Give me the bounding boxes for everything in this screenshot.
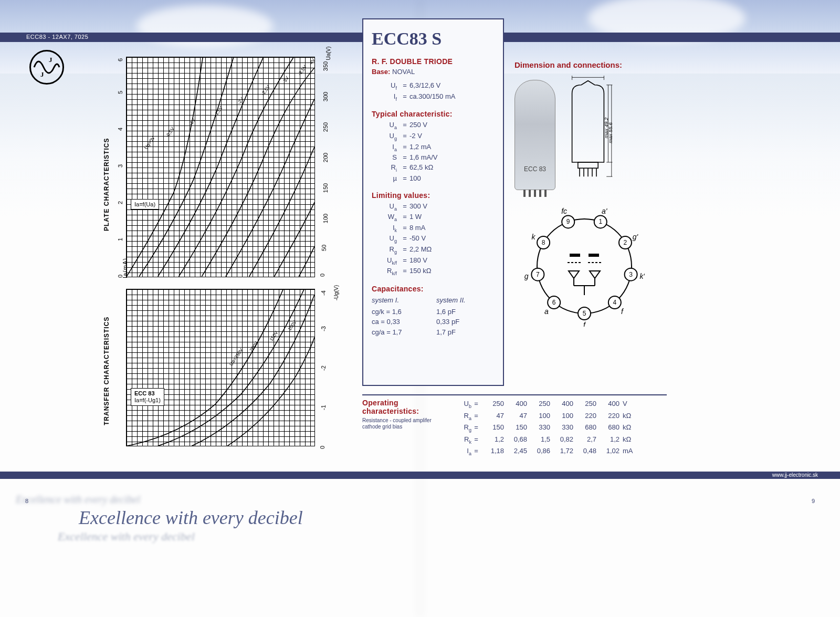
spec-row: Ug=-50 V xyxy=(372,234,495,245)
dimension-title: Dimension and connections: xyxy=(514,60,662,69)
px100: 100 xyxy=(322,214,329,223)
svg-text:k': k' xyxy=(639,272,645,280)
plate-characteristics-chart: Ia=f(Ua) Ug=0V -0,5V -1V -1,5V -2V -2,5V… xyxy=(126,57,315,277)
transfer-box-title: ECC 83 xyxy=(134,390,161,397)
tube-figure-row: max 22 max 49.2 max 55.6 xyxy=(514,76,662,190)
px0: 0 xyxy=(319,274,326,277)
plate-chart-title: PLATE CHARACTERISTICS xyxy=(103,138,110,231)
cap-r2-r: 0,33 pF xyxy=(436,317,495,327)
page-number-right: 9 xyxy=(812,498,815,504)
base-line: Base: NOVAL xyxy=(372,68,495,76)
tube-codeline: ECC83 - 12AX7, 7025 xyxy=(26,34,88,40)
svg-text:f: f xyxy=(583,321,586,327)
transfer-chart-title: TRANSFER CHARACTERISTICS xyxy=(103,317,110,425)
base-value: NOVAL xyxy=(392,68,415,76)
cap-r2-l: ca = 0,33 xyxy=(372,317,430,327)
py5: 5 xyxy=(117,91,123,94)
op-row: Rg=150150330330680680kΩ xyxy=(454,422,667,434)
limiting-block: Ua=300 VWa=1 WIk=8 mAUg=-50 VRg=2,2 MΩUk… xyxy=(372,202,495,277)
svg-text:7: 7 xyxy=(536,271,540,278)
py3: 3 xyxy=(117,164,123,168)
tagline: Excellence with every decibel Excellence… xyxy=(16,494,303,543)
svg-text:k: k xyxy=(532,233,536,241)
svg-text:1: 1 xyxy=(598,218,602,225)
px200: 200 xyxy=(322,153,329,162)
svg-rect-45 xyxy=(589,254,598,256)
py2: 2 xyxy=(117,201,123,204)
jj-logo: J J xyxy=(29,50,64,85)
cap-columns: system I. cg/k = 1,6 ca = 0,33 cg/a = 1,… xyxy=(372,295,495,337)
footer-bar: www.jj-electronic.sk xyxy=(0,472,840,479)
tx-2: -2 xyxy=(320,365,327,371)
pinout-diagram: 1a'2g'3k'4f5f6a7g8k9fc xyxy=(524,206,645,327)
left-page: J J PLATE CHARACTERISTICS Ia(mA) Ia=f(Ua… xyxy=(16,47,346,452)
px150: 150 xyxy=(322,183,329,193)
footer-url: www.jj-electronic.sk xyxy=(772,472,818,478)
dim-w: max 22 xyxy=(580,76,596,77)
base-label: Base: xyxy=(372,68,390,76)
svg-text:9: 9 xyxy=(566,218,570,225)
cap-r1-l: cg/k = 1,6 xyxy=(372,307,430,317)
svg-text:a': a' xyxy=(602,207,608,215)
px250: 250 xyxy=(322,122,329,132)
py1: 1 xyxy=(117,238,123,241)
limiting-title: Limiting values: xyxy=(372,191,495,200)
svg-text:2: 2 xyxy=(624,239,627,246)
op-row: Ia=1,182,450,861,720,481,02mA xyxy=(454,446,667,458)
svg-rect-44 xyxy=(570,254,580,256)
tx-3: -3 xyxy=(320,326,327,331)
op-title: Operating characteristics: xyxy=(362,399,452,415)
subtitle: R. F. DOUBLE TRIODE xyxy=(372,57,495,66)
transfer-chart-box: ECC 83 Ia=f(-Ug1) xyxy=(131,388,164,406)
px300: 300 xyxy=(322,92,329,101)
tube-photo xyxy=(514,80,555,190)
spec-row: If=ca.300/150 mA xyxy=(372,92,495,103)
cap-r3-r: 1,7 pF xyxy=(436,327,495,338)
op-grid: Ub=250400250400250400VRa=474710010022022… xyxy=(454,399,667,458)
plate-chart-function-box: Ia=f(Ua) xyxy=(131,199,159,210)
svg-text:J: J xyxy=(49,56,52,64)
px350: 350 xyxy=(322,61,329,71)
typical-block: Ua=250 VUg=-2 VIa=1,2 mAS=1,6 mA/VRi=62,… xyxy=(372,120,495,183)
svg-text:3: 3 xyxy=(629,271,633,278)
cap-r3-l: cg/a = 1,7 xyxy=(372,327,430,338)
spec-row: Uf=6,3/12,6 V xyxy=(372,81,495,92)
typical-title: Typical characteristic: xyxy=(372,110,495,118)
spec-row: Wa=1 W xyxy=(372,212,495,223)
svg-rect-2 xyxy=(578,162,598,168)
svg-text:5: 5 xyxy=(583,310,586,317)
svg-text:J: J xyxy=(40,70,44,78)
svg-text:8: 8 xyxy=(542,239,545,246)
svg-text:f: f xyxy=(621,307,624,316)
px50: 50 xyxy=(321,245,327,251)
spec-row: S=1,6 mA/V xyxy=(372,153,495,163)
svg-text:fc: fc xyxy=(561,207,567,215)
spec-row: Ug=-2 V xyxy=(372,131,495,142)
operating-characteristics: Operating characteristics: Resistance - … xyxy=(362,394,667,458)
op-row: Rk=1,20,681,50,822,71,2kΩ xyxy=(454,434,667,446)
tx-1: -1 xyxy=(320,405,327,410)
op-row: Ub=250400250400250400V xyxy=(454,399,667,411)
tagline-main: Excellence with every decibel xyxy=(79,507,303,529)
svg-text:6: 6 xyxy=(552,299,556,306)
svg-text:g': g' xyxy=(633,233,639,241)
cap-sys2-label: system II. xyxy=(436,295,495,306)
spec-row: Ri=62,5 kΩ xyxy=(372,163,495,174)
tube-title: ECC83 S xyxy=(372,29,495,49)
tagline-echo-1: Excellence with every decibel xyxy=(16,494,303,506)
py0: 0 xyxy=(117,275,123,278)
right-page: ECC83 S R. F. DOUBLE TRIODE Base: NOVAL … xyxy=(362,18,824,449)
ug-axis-label: -Ug(V) xyxy=(333,285,339,300)
dimension-column: Dimension and connections: max 22 xyxy=(514,60,662,327)
tx0: 0 xyxy=(319,446,326,449)
heater-block: Uf=6,3/12,6 VIf=ca.300/150 mA xyxy=(372,81,495,102)
tagline-echo-2: Excellence with every decibel xyxy=(58,530,303,543)
op-note: Resistance - coupled amplifer cathode gr… xyxy=(362,417,452,430)
svg-text:g: g xyxy=(524,272,529,280)
spec-row: Ua=250 V xyxy=(372,120,495,131)
spec-row: Rk/f=150 kΩ xyxy=(372,266,495,277)
spec-row: µ=100 xyxy=(372,174,495,184)
spec-panel: ECC83 S R. F. DOUBLE TRIODE Base: NOVAL … xyxy=(362,18,504,386)
cap-sys1-label: system I. xyxy=(372,295,430,306)
op-row: Ra=4747100100220220kΩ xyxy=(454,411,667,423)
